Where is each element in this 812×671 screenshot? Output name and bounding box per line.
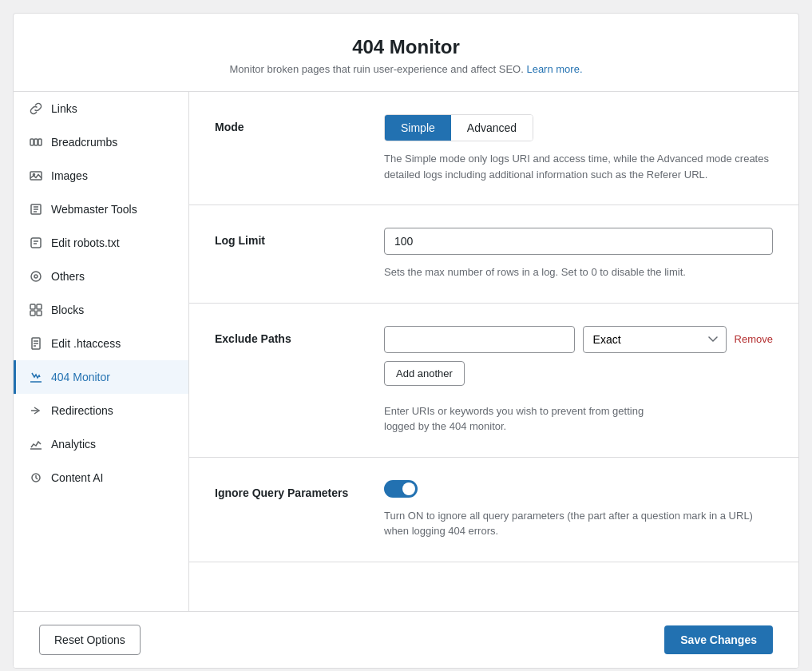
- sidebar-item-label: Links: [51, 102, 77, 115]
- footer-bar: Reset Options Save Changes: [14, 611, 798, 668]
- sidebar-item-links[interactable]: Links: [14, 92, 188, 125]
- page-subtitle: Monitor broken pages that ruin user-expe…: [30, 63, 782, 75]
- log-limit-description: Sets the max number of rows in a log. Se…: [384, 264, 773, 280]
- log-limit-control: Sets the max number of rows in a log. Se…: [384, 228, 773, 280]
- advanced-mode-button[interactable]: Advanced: [451, 115, 533, 141]
- sidebar-item-label: Blocks: [51, 304, 84, 316]
- redirections-icon: [29, 403, 43, 418]
- htaccess-icon: [29, 336, 43, 351]
- log-limit-label: Log Limit: [215, 228, 358, 280]
- sidebar-item-label: Breadcrumbs: [51, 136, 117, 149]
- mode-toggle: Simple Advanced: [384, 114, 533, 141]
- ignore-query-section: Ignore Query Parameters Turn ON to ignor…: [189, 458, 798, 562]
- svg-point-4: [34, 174, 35, 176]
- sidebar-item-label: Edit robots.txt: [51, 236, 120, 249]
- sidebar-item-webmaster-tools[interactable]: Webmaster Tools: [14, 193, 188, 226]
- sidebar-item-others[interactable]: Others: [14, 260, 188, 293]
- sidebar-item-edit-robots[interactable]: Edit robots.txt: [14, 226, 188, 260]
- svg-rect-10: [37, 304, 42, 309]
- exclude-paths-control: Exact Contains Starts With Ends With Reg…: [384, 326, 773, 435]
- ignore-query-label: Ignore Query Parameters: [215, 480, 358, 539]
- log-limit-section: Log Limit Sets the max number of rows in…: [189, 205, 798, 304]
- sidebar-item-images[interactable]: Images: [14, 159, 188, 193]
- exclude-path-input[interactable]: [384, 326, 575, 353]
- blocks-icon: [29, 303, 43, 317]
- log-limit-input[interactable]: [384, 228, 773, 255]
- mode-description: The Simple mode only logs URI and access…: [384, 151, 773, 182]
- sidebar-item-label: 404 Monitor: [51, 371, 110, 383]
- mode-label: Mode: [215, 114, 358, 182]
- svg-rect-12: [37, 311, 42, 316]
- svg-rect-1: [34, 139, 38, 145]
- page-header: 404 Monitor Monitor broken pages that ru…: [14, 14, 798, 92]
- sidebar-item-label: Edit .htaccess: [51, 337, 121, 350]
- exclude-path-row: Exact Contains Starts With Ends With Reg…: [384, 326, 773, 353]
- mode-section: Mode Simple Advanced The Simple mode onl…: [189, 92, 798, 205]
- learn-more-link[interactable]: Learn more.: [526, 63, 582, 75]
- images-icon: [29, 169, 43, 183]
- sidebar-item-edit-htaccess[interactable]: Edit .htaccess: [14, 327, 188, 360]
- svg-rect-0: [30, 139, 34, 145]
- sidebar-item-404-monitor[interactable]: 404 Monitor: [14, 360, 188, 394]
- sidebar-item-analytics[interactable]: Analytics: [14, 427, 188, 461]
- reset-options-button[interactable]: Reset Options: [39, 625, 141, 655]
- mode-control: Simple Advanced The Simple mode only log…: [384, 114, 773, 182]
- ignore-query-toggle[interactable]: [384, 480, 418, 498]
- content-ai-icon: [29, 470, 43, 485]
- analytics-icon: [29, 437, 43, 451]
- ignore-query-control: Turn ON to ignore all query parameters (…: [384, 480, 773, 539]
- toggle-thumb: [402, 482, 415, 495]
- sidebar-item-redirections[interactable]: Redirections: [14, 394, 188, 427]
- add-another-button[interactable]: Add another: [384, 361, 465, 386]
- settings-content: Mode Simple Advanced The Simple mode onl…: [189, 92, 798, 611]
- exclude-paths-section: Exclude Paths Exact Contains Starts With…: [189, 304, 798, 458]
- sidebar-item-blocks[interactable]: Blocks: [14, 293, 188, 327]
- monitor-icon: [29, 370, 43, 384]
- exclude-match-select[interactable]: Exact Contains Starts With Ends With Reg…: [583, 326, 727, 353]
- remove-exclude-link[interactable]: Remove: [735, 333, 773, 345]
- others-icon: [29, 269, 43, 284]
- ignore-query-description: Turn ON to ignore all query parameters (…: [384, 508, 773, 539]
- robots-icon: [29, 236, 43, 250]
- sidebar-item-content-ai[interactable]: Content AI: [14, 461, 188, 494]
- exclude-paths-description: Enter URIs or keywords you wish to preve…: [384, 403, 773, 435]
- svg-point-7: [31, 272, 41, 281]
- sidebar-item-label: Images: [51, 169, 88, 182]
- sidebar-item-label: Redirections: [51, 404, 113, 417]
- save-changes-button[interactable]: Save Changes: [664, 625, 773, 654]
- svg-rect-6: [31, 238, 41, 248]
- link-icon: [29, 101, 43, 116]
- svg-rect-11: [30, 311, 35, 316]
- svg-rect-2: [38, 139, 42, 145]
- sidebar-item-breadcrumbs[interactable]: Breadcrumbs: [14, 125, 188, 159]
- sidebar-item-label: Analytics: [51, 438, 96, 451]
- toggle-track: [384, 480, 418, 498]
- exclude-paths-label: Exclude Paths: [215, 326, 358, 435]
- page-title: 404 Monitor: [30, 36, 782, 58]
- sidebar-item-label: Webmaster Tools: [51, 203, 137, 216]
- sidebar-item-label: Content AI: [51, 471, 103, 484]
- svg-point-8: [34, 275, 38, 278]
- simple-mode-button[interactable]: Simple: [385, 115, 451, 141]
- svg-rect-9: [30, 304, 35, 309]
- breadcrumb-icon: [29, 135, 43, 149]
- layout: Links Breadcrumbs: [14, 92, 798, 611]
- sidebar: Links Breadcrumbs: [14, 92, 189, 611]
- sidebar-item-label: Others: [51, 270, 85, 283]
- webmaster-icon: [29, 202, 43, 216]
